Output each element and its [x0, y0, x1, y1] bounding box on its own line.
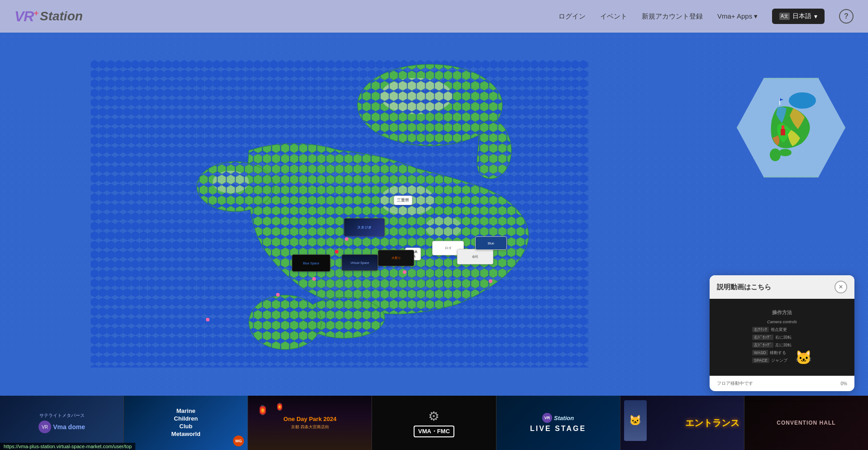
japan-map-svg [91, 60, 588, 368]
avatar-dot-6[interactable] [489, 279, 492, 283]
svg-point-12 [789, 92, 816, 109]
info-popup: 説明動画はこちら × 操作方法 Camera controls 右ｸﾘｯｸ視点変… [710, 275, 854, 391]
logo-station: Station [40, 9, 83, 24]
map-marker-dark1[interactable]: スタジオ [344, 218, 385, 236]
map-marker-blue1[interactable]: Blue [475, 236, 507, 250]
svg-rect-16 [782, 125, 784, 129]
logo-area: VR+ Station [14, 8, 83, 25]
map-marker-dark3[interactable]: Virtual Space [342, 254, 378, 271]
svg-point-5 [380, 78, 453, 114]
url-bar: https://vma-plus-station.virtual-space-m… [0, 443, 135, 450]
help-button[interactable]: ? [839, 9, 854, 24]
camera-section: Camera controls [767, 320, 797, 324]
svg-point-14 [770, 148, 781, 161]
vmafmc-icon: ⚙ [414, 409, 454, 424]
livestage-station: Station [554, 415, 574, 421]
avatar-dot-4[interactable] [312, 277, 316, 281]
map-marker-dark4[interactable]: 火祭り [378, 250, 414, 266]
svg-marker-18 [780, 98, 783, 101]
mini-map [737, 78, 845, 177]
popup-header: 説明動画はこちら × [710, 275, 854, 299]
strip-vmadome[interactable]: サテライトメタバース VR Vma dome [0, 396, 124, 450]
map-area[interactable]: 三重県 スタジオ JICAJIGA Blue Space Virtual Spa… [0, 33, 868, 450]
livestage-live: LIVE STAGE [530, 425, 586, 433]
avatar-dot-1[interactable] [345, 237, 348, 241]
convention-title: CONVENTION HALL [777, 420, 835, 426]
logo-vr: VR+ [14, 8, 38, 25]
language-selector[interactable]: A文 日本語 ▾ [772, 9, 825, 24]
strip-marine[interactable]: MarineChildrenClubMetaworld MG [124, 396, 248, 450]
popup-close-button[interactable]: × [835, 281, 847, 293]
strip-vmafmc[interactable]: ⚙ VMA・FMC [372, 396, 496, 450]
nav-event[interactable]: イベント [600, 12, 627, 21]
bottom-strip: サテライトメタバース VR Vma dome MarineChildrenClu… [0, 396, 868, 450]
map-marker-white2[interactable]: 会社 [457, 249, 493, 264]
svg-rect-15 [781, 129, 785, 135]
svg-point-7 [425, 216, 462, 239]
avatar-dot-5[interactable] [276, 293, 280, 297]
vmadome-title: Vma dome [53, 423, 85, 431]
marine-title: MarineChildrenClubMetaworld [172, 407, 200, 438]
map-marker-dark2[interactable]: Blue Space [292, 254, 330, 272]
strip-convention[interactable]: CONVENTION HALL [744, 396, 868, 450]
floor-label: フロア移動中です [717, 380, 753, 387]
url-text: https://vma-plus-station.virtual-space-m… [4, 444, 132, 449]
avatar-dot-3[interactable] [403, 270, 406, 274]
avatar-dot-7[interactable] [206, 318, 210, 321]
oneday-subtitle: 京都 四条大宮商店街 [291, 424, 329, 430]
popup-video-area[interactable]: 操作方法 Camera controls 右ｸﾘｯｸ視点変更 右ﾄﾞﾗｯｸﾞ右に… [710, 299, 854, 376]
strip-livestage[interactable]: VR Station LIVE STAGE [496, 396, 620, 450]
vmadome-subtitle: サテライトメタバース [38, 412, 85, 419]
nav: ログイン イベント 新規アカウント登録 Vma+ Apps ▾ A文 日本語 ▾… [558, 9, 854, 24]
logo-plus: + [33, 9, 38, 18]
strip-entrance[interactable]: 🐱 エントランス [620, 396, 744, 450]
avatar-dot-2[interactable] [335, 250, 339, 254]
header: VR+ Station ログイン イベント 新規アカウント登録 Vma+ App… [0, 0, 868, 33]
livestage-vr-logo: VR [542, 413, 552, 423]
oneday-title: One Day Park 2024 [283, 416, 336, 422]
controls-title: 操作方法 [772, 309, 792, 316]
svg-point-11 [213, 171, 249, 193]
svg-point-13 [779, 149, 792, 156]
mini-japan-svg [753, 89, 830, 166]
nav-apps[interactable]: Vma+ Apps ▾ [717, 12, 758, 20]
entrance-character: 🐱 [624, 400, 647, 441]
nav-login[interactable]: ログイン [558, 12, 586, 21]
popup-character-icon: 🐱 [795, 349, 812, 365]
svg-point-9 [249, 295, 321, 349]
map-marker-mie[interactable]: 三重県 [394, 196, 412, 205]
floor-percent: 0% [841, 381, 847, 386]
strip-oneday[interactable]: 🏮 🏮 One Day Park 2024 京都 四条大宮商店街 [248, 396, 372, 450]
entrance-title: エントランス [685, 417, 739, 429]
popup-controls: フロア移動中です 0% [710, 376, 854, 391]
vmafmc-title: VMA・FMC [414, 426, 454, 437]
popup-title: 説明動画はこちら [717, 283, 771, 292]
nav-register[interactable]: 新規アカウント登録 [642, 12, 703, 21]
